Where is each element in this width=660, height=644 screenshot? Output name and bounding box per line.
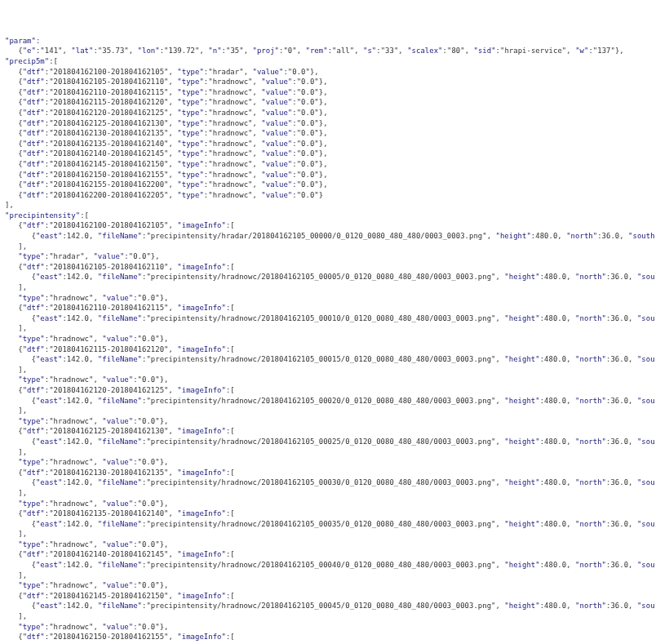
json-output: "param": {"e":"141", "lat":"35.73", "lon…	[5, 36, 655, 644]
